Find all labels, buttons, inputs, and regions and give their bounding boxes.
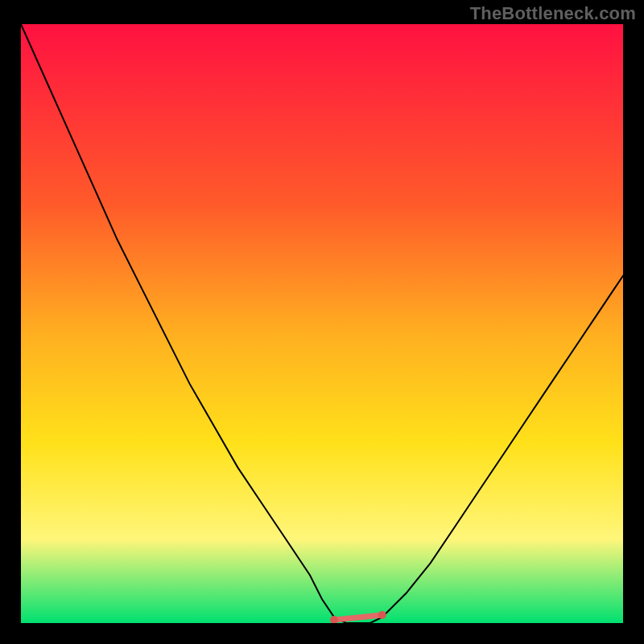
chart-frame: TheBottleneck.com	[0, 0, 644, 644]
chart-svg	[21, 24, 623, 623]
watermark-text: TheBottleneck.com	[470, 3, 636, 24]
chart-plot-area	[21, 24, 623, 623]
ideal-zone-marker-right	[378, 611, 386, 619]
chart-background-gradient	[21, 24, 623, 623]
